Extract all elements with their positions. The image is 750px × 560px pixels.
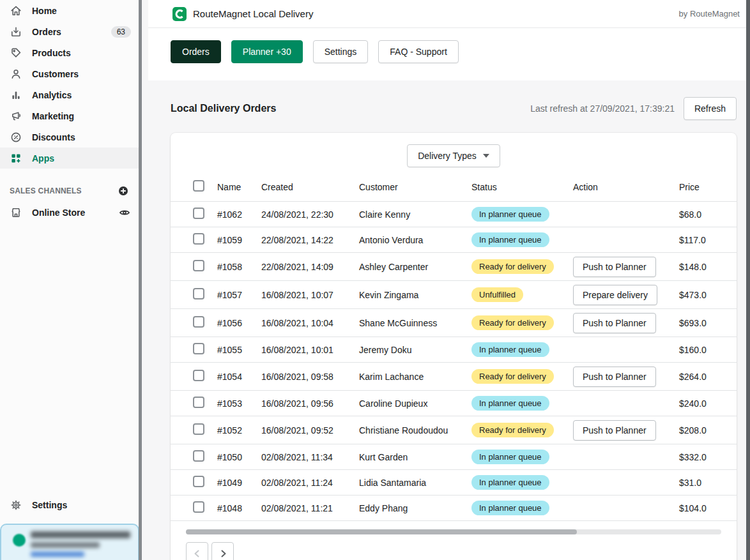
table-row: #105316/08/2021, 09:56Caroline DupieuxIn… [171,391,737,416]
sidebar-item-marketing[interactable]: Marketing [0,105,139,126]
row-checkbox[interactable] [193,370,204,381]
sidebar-item-label: Analytics [32,90,72,100]
order-price: $68.0 [679,209,721,220]
table-row: #104802/08/2021, 11:21Eddy PhangIn plann… [171,496,737,521]
row-checkbox[interactable] [193,423,204,435]
routemagnet-logo-icon [172,7,187,21]
store-icon [10,206,22,219]
order-created: 22/08/2021, 14:22 [261,235,359,245]
row-checkbox[interactable] [193,260,204,271]
sidebar-item-customers[interactable]: Customers [0,63,139,84]
order-customer: Jeremy Doku [359,345,471,355]
sidebar-item-label: Settings [32,500,67,510]
sidebar-item-label: Customers [32,69,79,79]
tab-planner[interactable]: Planner +30 [231,40,303,63]
main-content: RouteMagnet Local Delivery by RouteMagne… [148,0,746,560]
tab-faq-support[interactable]: FAQ - Support [378,40,458,63]
column-header-customer: Customer [359,182,471,192]
column-header-name: Name [217,182,261,192]
sidebar-item-discounts[interactable]: Discounts [0,126,139,148]
sidebar-item-home[interactable]: Home [0,0,139,21]
order-action-button[interactable]: Push to Planner [573,420,656,441]
status-badge: Ready for delivery [471,315,554,330]
status-badge: Ready for delivery [471,369,554,384]
eye-icon[interactable] [118,206,131,219]
status-badge: In planner queue [471,342,549,357]
delivery-types-dropdown[interactable]: Delivery Types [407,144,500,167]
page-scrollbar[interactable] [746,0,750,560]
row-checkbox[interactable] [193,397,204,408]
orders-count-badge: 63 [111,26,131,38]
status-badge: In planner queue [471,501,549,515]
table-header-row: Name Created Customer Status Action Pric… [171,172,737,202]
sidebar-item-label: Online Store [32,208,85,218]
table-row: #105922/08/2021, 14:22Antonio VerduraIn … [171,227,737,253]
row-checkbox[interactable] [193,476,204,487]
order-created: 16/08/2021, 10:07 [261,290,359,300]
row-checkbox[interactable] [193,450,204,462]
order-created: 02/08/2021, 11:24 [261,478,359,488]
order-customer: Christiane Roudoudou [359,425,471,435]
order-name: #1062 [217,209,261,220]
order-created: 02/08/2021, 11:34 [261,452,359,462]
row-checkbox[interactable] [193,233,204,245]
order-price: $104.0 [679,503,721,513]
app-tabbar: Orders Planner +30 Settings FAQ - Suppor… [148,28,746,80]
table-row: #105416/08/2021, 09:58Karim LachanceRead… [171,363,737,391]
sidebar-item-products[interactable]: Products [0,42,139,63]
pagination-prev-button[interactable] [186,542,208,560]
order-price: $31.0 [679,478,721,488]
status-badge: Ready for delivery [471,423,554,437]
sidebar-item-online-store[interactable]: Online Store [0,202,139,223]
pagination-next-button[interactable] [211,542,234,560]
order-name: #1050 [217,452,261,462]
blurred-text-line [31,531,130,538]
row-checkbox[interactable] [193,316,204,328]
chevron-left-icon [191,547,204,560]
order-created: 22/08/2021, 14:09 [261,262,359,272]
status-badge: In planner queue [471,475,549,490]
notification-banner[interactable] [0,524,139,560]
status-badge: In planner queue [471,232,549,247]
add-channel-icon[interactable] [117,185,130,197]
tab-orders[interactable]: Orders [171,40,221,63]
order-name: #1053 [217,398,261,409]
row-checkbox[interactable] [193,343,204,354]
table-horizontal-scrollbar[interactable] [186,529,721,534]
order-customer: Eddy Phang [359,503,471,513]
order-name: #1052 [217,425,261,435]
order-price: $117.0 [679,235,721,245]
products-icon [10,47,22,59]
order-price: $332.0 [679,452,721,462]
order-action-button[interactable]: Prepare delivery [573,285,657,305]
sidebar-item-orders[interactable]: Orders63 [0,21,139,42]
order-created: 16/08/2021, 10:01 [261,345,359,355]
order-price: $693.0 [679,318,721,328]
order-price: $148.0 [679,262,721,272]
order-created: 16/08/2021, 09:56 [261,398,359,409]
sidebar-item-analytics[interactable]: Analytics [0,84,139,105]
sidebar-item-label: Apps [32,153,54,163]
order-action-button[interactable]: Push to Planner [573,367,656,387]
refresh-button[interactable]: Refresh [684,97,737,120]
sidebar-item-settings[interactable]: Settings [0,494,139,515]
table-row: #105516/08/2021, 10:01Jeremy DokuIn plan… [171,337,737,363]
apps-icon [10,152,22,165]
sidebar-item-apps[interactable]: Apps [0,148,139,169]
order-action-button[interactable]: Push to Planner [573,257,656,277]
home-icon [10,4,22,17]
order-customer: Lidia Santamaria [359,478,471,488]
row-checkbox[interactable] [193,288,204,299]
row-checkbox[interactable] [193,501,204,513]
select-all-checkbox[interactable] [193,180,204,192]
order-price: $160.0 [679,345,721,355]
scrollbar-handle[interactable] [186,529,577,534]
order-created: 16/08/2021, 09:52 [261,425,359,435]
row-checkbox[interactable] [193,208,204,219]
order-action-button[interactable]: Push to Planner [573,313,656,333]
orders-table: Name Created Customer Status Action Pric… [171,172,737,521]
app-byline: by RouteMagnet [679,9,740,19]
column-header-price: Price [679,182,721,192]
sidebar-scrollbar[interactable] [139,0,142,560]
tab-settings[interactable]: Settings [313,40,369,63]
